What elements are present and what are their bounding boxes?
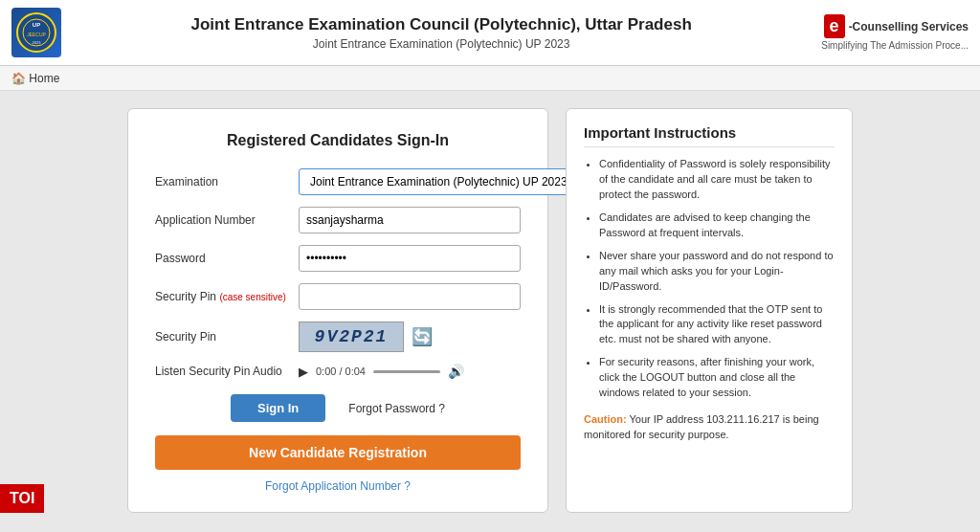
brand-e-icon: e (824, 14, 845, 38)
audio-player-row: ▶ 0:00 / 0:04 🔊 (299, 364, 464, 379)
captcha-image: 9V2P21 (299, 321, 404, 352)
main-content: Registered Candidates Sign-In Examinatio… (0, 91, 980, 530)
audio-row: Listen Security Pin Audio ▶ 0:00 / 0:04 … (155, 364, 521, 379)
examination-select[interactable]: Joint Entrance Examination (Polytechnic)… (299, 168, 590, 195)
refresh-captcha-button[interactable]: 🔄 (412, 326, 433, 347)
password-label: Password (155, 252, 299, 265)
captcha-row: 9V2P21 🔄 (299, 321, 433, 352)
list-item: It is strongly recommended that the OTP … (599, 302, 835, 348)
toi-badge: TOI (0, 484, 44, 513)
list-item: Candidates are advised to keep changing … (599, 211, 835, 241)
application-number-input[interactable] (299, 207, 521, 233)
case-note: (case sensitive) (219, 292, 285, 302)
register-button[interactable]: New Candidate Registration (155, 435, 521, 470)
signin-button-row: Sign In Forgot Password ? (155, 394, 521, 422)
caution-block: Caution: Your IP address 103.211.16.217 … (584, 412, 835, 443)
play-button[interactable]: ▶ (299, 365, 308, 379)
forgot-password-link[interactable]: Forgot Password ? (348, 402, 445, 415)
list-item: Confidentiality of Password is solely re… (599, 157, 835, 203)
security-pin-text-input[interactable] (299, 283, 521, 310)
examination-label: Examination (155, 175, 299, 188)
caution-label: Caution: (584, 413, 627, 425)
instructions-title: Important Instructions (584, 124, 835, 147)
logo: UP JEECUP 2023 (11, 8, 61, 57)
header-subtitle: Joint Entrance Examination (Polytechnic)… (73, 37, 810, 51)
audio-label: Listen Security Pin Audio (155, 365, 299, 378)
application-number-row: Application Number (155, 207, 521, 233)
list-item: Never share your password and do not res… (599, 249, 835, 295)
page-header: UP JEECUP 2023 Joint Entrance Examinatio… (0, 0, 980, 66)
svg-text:UP: UP (33, 22, 40, 28)
brand-text: -Counselling Services (849, 20, 969, 33)
security-pin-display-label: Security Pin (155, 330, 299, 344)
security-pin-input-label: Security Pin (case sensitive) (155, 290, 299, 303)
svg-text:JEECUP: JEECUP (27, 32, 46, 37)
svg-text:2023: 2023 (33, 40, 42, 45)
forgot-application-link[interactable]: Forgot Application Number ? (155, 479, 521, 493)
navbar: 🏠 Home (0, 66, 980, 91)
header-brand: e -Counselling Services Simplifying The … (821, 14, 969, 51)
header-title-block: Joint Entrance Examination Council (Poly… (73, 14, 810, 51)
brand-tagline: Simplifying The Admission Proce... (821, 40, 969, 51)
signin-card: Registered Candidates Sign-In Examinatio… (127, 108, 548, 513)
play-icon: ▶ (299, 365, 308, 379)
refresh-icon: 🔄 (412, 327, 433, 346)
instructions-list: Confidentiality of Password is solely re… (584, 157, 835, 401)
security-pin-captcha-row: Security Pin 9V2P21 🔄 (155, 321, 521, 352)
examination-row: Examination Joint Entrance Examination (… (155, 168, 521, 195)
security-pin-input-row: Security Pin (case sensitive) (155, 283, 521, 310)
signin-title: Registered Candidates Sign-In (155, 132, 521, 149)
brand-logo: e -Counselling Services (824, 14, 969, 38)
audio-progress-bar[interactable] (373, 370, 440, 373)
application-number-label: Application Number (155, 213, 299, 227)
audio-time: 0:00 / 0:04 (316, 366, 366, 377)
list-item: For security reasons, after finishing yo… (599, 355, 835, 401)
header-main-title: Joint Entrance Examination Council (Poly… (73, 14, 810, 35)
instructions-card: Important Instructions Confidentiality o… (566, 108, 853, 513)
home-link[interactable]: 🏠 Home (11, 72, 59, 85)
password-row: Password (155, 245, 521, 272)
password-input[interactable] (299, 245, 521, 272)
volume-icon: 🔊 (448, 364, 464, 379)
signin-button[interactable]: Sign In (231, 394, 325, 422)
